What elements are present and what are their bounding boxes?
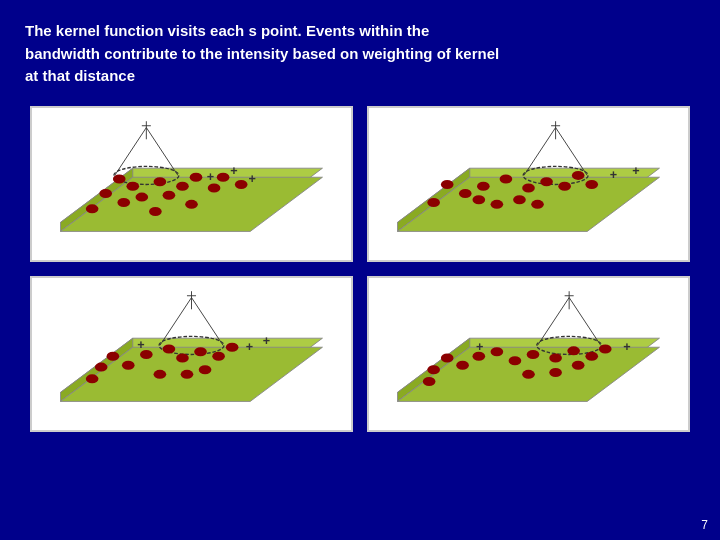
diagram-inner-top-right: + + [375, 114, 682, 254]
svg-text:+: + [248, 171, 255, 185]
desc-line3: at that distance [25, 67, 135, 84]
svg-point-36 [427, 198, 440, 207]
svg-point-42 [558, 181, 571, 190]
desc-line1: The kernel function visits each s point.… [25, 22, 429, 39]
svg-point-17 [190, 172, 203, 181]
svg-point-38 [473, 195, 486, 204]
svg-point-91 [567, 346, 580, 355]
page-number: 7 [701, 518, 708, 532]
svg-point-8 [113, 174, 126, 183]
svg-point-69 [181, 369, 194, 378]
svg-point-85 [423, 377, 436, 386]
svg-text:+: + [623, 339, 630, 353]
svg-point-15 [176, 181, 189, 190]
svg-text:+: + [230, 164, 237, 178]
svg-point-95 [549, 368, 562, 377]
svg-text:+: + [137, 338, 144, 352]
svg-point-64 [176, 353, 189, 362]
diagram-panel-bottom-left: + + + [30, 276, 353, 432]
diagram-inner-bottom-left: + + + [38, 284, 345, 424]
svg-point-70 [154, 369, 167, 378]
svg-point-90 [549, 353, 562, 362]
svg-text:+: + [207, 169, 214, 183]
svg-text:+: + [632, 164, 639, 178]
svg-point-12 [86, 204, 99, 213]
svg-point-43 [572, 170, 585, 179]
description-text: The kernel function visits each s point.… [25, 20, 695, 88]
svg-point-82 [441, 353, 454, 362]
svg-point-46 [531, 199, 544, 208]
svg-point-93 [599, 344, 612, 353]
svg-point-14 [154, 177, 167, 186]
content-area: The kernel function visits each s point.… [0, 0, 720, 447]
svg-point-47 [491, 199, 504, 208]
svg-point-61 [86, 374, 99, 383]
diagram-inner-bottom-right: + + [375, 284, 682, 424]
svg-text:+: + [246, 339, 253, 353]
svg-point-37 [477, 181, 490, 190]
diagrams-grid: + + + [25, 106, 695, 432]
svg-point-89 [527, 349, 540, 358]
svg-point-39 [500, 174, 513, 183]
svg-point-34 [441, 179, 454, 188]
svg-point-13 [136, 192, 149, 201]
diagram-panel-top-right: + + [367, 106, 690, 262]
desc-line2: bandwidth contribute to the intensity ba… [25, 45, 499, 62]
svg-point-84 [456, 360, 469, 369]
svg-text:+: + [476, 339, 483, 353]
svg-point-22 [149, 207, 162, 216]
svg-point-45 [513, 195, 526, 204]
svg-point-11 [117, 198, 130, 207]
svg-point-58 [107, 351, 120, 360]
svg-point-44 [585, 179, 598, 188]
svg-point-35 [459, 188, 472, 197]
svg-point-66 [212, 351, 225, 360]
svg-point-60 [122, 360, 135, 369]
diagram-svg-top-left: + + + [38, 114, 345, 254]
svg-point-59 [95, 362, 108, 371]
svg-point-87 [491, 347, 504, 356]
svg-point-88 [509, 356, 522, 365]
svg-point-94 [572, 360, 585, 369]
diagram-svg-top-right: + + [375, 114, 682, 254]
svg-point-96 [522, 369, 535, 378]
svg-point-65 [194, 347, 207, 356]
diagram-panel-bottom-right: + + [367, 276, 690, 432]
svg-point-68 [199, 365, 212, 374]
svg-point-10 [99, 188, 112, 197]
svg-point-18 [208, 183, 221, 192]
svg-point-41 [540, 177, 553, 186]
svg-point-9 [126, 181, 139, 190]
svg-point-40 [522, 183, 535, 192]
diagram-svg-bottom-left: + + + [38, 284, 345, 424]
svg-point-20 [235, 179, 248, 188]
svg-text:+: + [263, 334, 270, 348]
svg-point-16 [163, 190, 176, 199]
svg-point-92 [585, 351, 598, 360]
svg-text:+: + [610, 168, 617, 182]
diagram-panel-top-left: + + + [30, 106, 353, 262]
diagram-svg-bottom-right: + + [375, 284, 682, 424]
diagram-inner-top-left: + + + [38, 114, 345, 254]
svg-point-21 [185, 199, 198, 208]
svg-point-83 [427, 365, 440, 374]
svg-point-19 [217, 172, 230, 181]
svg-point-63 [163, 344, 176, 353]
svg-point-67 [226, 342, 239, 351]
